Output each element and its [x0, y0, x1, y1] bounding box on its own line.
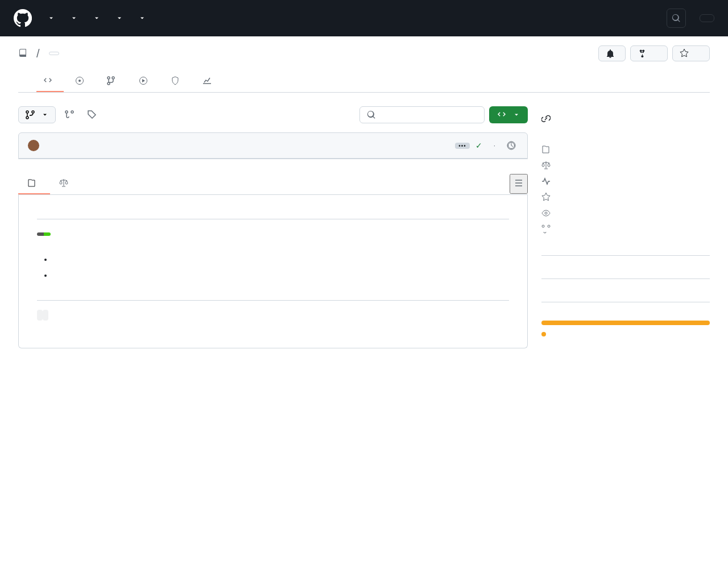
tags-link[interactable]: [88, 110, 101, 119]
fork-button[interactable]: [630, 45, 668, 61]
build-badge[interactable]: [37, 232, 51, 236]
language-bar[interactable]: [541, 321, 710, 325]
stars-link[interactable]: [541, 189, 710, 205]
latest-commit-bar: ••• ✓ ·: [18, 132, 528, 159]
readme-title: [37, 213, 509, 219]
tab-security[interactable]: [164, 70, 191, 92]
languages-section: [541, 302, 710, 336]
file-table: [18, 159, 528, 159]
nav-solutions[interactable]: [64, 10, 82, 26]
check-icon[interactable]: ✓: [475, 141, 482, 150]
releases-section: [541, 255, 710, 267]
star-button[interactable]: [672, 45, 710, 61]
repo-tabs: [18, 70, 710, 93]
nav-product[interactable]: [41, 10, 59, 26]
repo-title: /: [18, 45, 710, 61]
tab-code[interactable]: [36, 70, 64, 92]
code-dropdown-button[interactable]: [489, 106, 528, 123]
github-logo[interactable]: [14, 9, 32, 27]
global-nav: [41, 10, 164, 26]
toc-button[interactable]: [510, 174, 528, 194]
avatar[interactable]: [28, 140, 39, 151]
nav-open-source[interactable]: [109, 10, 127, 26]
readme-tab[interactable]: [18, 173, 50, 194]
readme-link[interactable]: [541, 142, 710, 157]
watching-link[interactable]: [541, 205, 710, 221]
packages-section: [541, 278, 710, 290]
language-zig[interactable]: [541, 332, 710, 336]
sign-up-button[interactable]: [700, 14, 714, 22]
about-section: [541, 114, 710, 244]
forks-link[interactable]: [541, 221, 710, 237]
lang-dot-icon: [541, 332, 546, 336]
nav-enterprise[interactable]: [132, 10, 150, 26]
usage-heading: [37, 296, 509, 301]
notifications-button[interactable]: [598, 45, 626, 61]
go-to-file-input[interactable]: [359, 106, 485, 123]
search-button[interactable]: [667, 9, 686, 28]
license-link[interactable]: [541, 157, 710, 173]
tab-actions[interactable]: [132, 70, 159, 92]
tab-issues[interactable]: [68, 70, 96, 92]
tab-pull-requests[interactable]: [100, 70, 127, 92]
visibility-badge: [49, 52, 59, 55]
commit-ellipsis[interactable]: •••: [455, 143, 470, 149]
report-link[interactable]: [541, 237, 710, 244]
commits-link[interactable]: [507, 141, 518, 150]
global-header: [0, 0, 728, 36]
nav-pricing[interactable]: [155, 10, 164, 26]
branch-selector[interactable]: [18, 106, 56, 123]
tab-insights[interactable]: [196, 70, 223, 92]
license-tab[interactable]: [50, 173, 82, 194]
nav-resources[interactable]: [86, 10, 105, 26]
activity-link[interactable]: [541, 173, 710, 189]
readme-content: [18, 195, 528, 348]
svg-point-1: [78, 80, 81, 82]
branches-link[interactable]: [65, 110, 78, 119]
svg-point-3: [545, 212, 547, 214]
